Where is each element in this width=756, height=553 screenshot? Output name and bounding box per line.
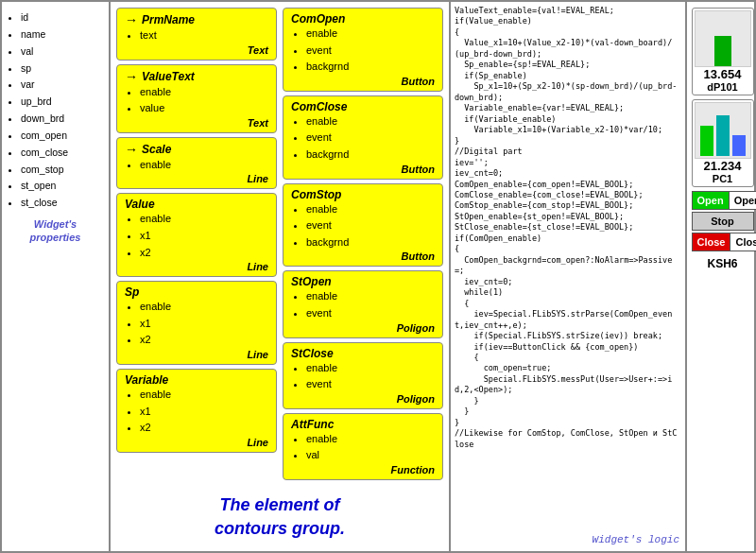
prop-st_close: st_close xyxy=(21,195,103,212)
com-stop-event: event xyxy=(306,217,435,234)
prop-var: var xyxy=(21,77,103,94)
com-close-title: ComClose xyxy=(291,100,435,113)
main-container: id name val sp var up_brd down_brd com_o… xyxy=(0,0,756,553)
open-btn-row: Open Open xyxy=(692,191,754,210)
element-line1: The element of xyxy=(219,495,339,514)
element-description: The element of contours group. xyxy=(116,493,443,541)
att-func-type: Function xyxy=(291,464,435,475)
left-col: → PrmName text Text → ValueText enab xyxy=(116,8,277,484)
prop-com_stop: com_stop xyxy=(21,162,103,179)
center-panel: → PrmName text Text → ValueText enab xyxy=(111,2,451,551)
sp-type: Line xyxy=(125,349,268,360)
com-stop-backgrnd: backgrnd xyxy=(306,234,435,251)
stop-btn-row: Stop xyxy=(692,212,754,231)
stop-button[interactable]: Stop xyxy=(692,212,754,231)
scale-type: Line xyxy=(125,173,268,184)
scale-enable: enable xyxy=(140,157,268,174)
prm-name-type: Text xyxy=(125,44,268,56)
st-open-event: event xyxy=(306,305,435,322)
prop-st_open: st_open xyxy=(21,178,103,195)
open-label: Open xyxy=(730,191,756,210)
arrow-scale: → xyxy=(125,142,138,157)
value-text-box: → ValueText enable value Text xyxy=(116,64,277,133)
com-open-backgrnd: backgrnd xyxy=(306,59,435,76)
gauge-dp101-value: 13.654 xyxy=(695,67,751,81)
properties-list: id name val sp var up_brd down_brd com_o… xyxy=(8,9,103,212)
att-func-val: val xyxy=(306,447,435,464)
variable-box: Variable enable x1 x2 Line xyxy=(116,369,277,453)
gauge-dp101-bar-container xyxy=(695,10,751,67)
prm-name-box: → PrmName text Text xyxy=(116,8,277,60)
st-open-box: StOpen enable event Poligon xyxy=(283,270,443,337)
sp-enable: enable xyxy=(140,299,268,316)
value-type: Line xyxy=(125,261,268,272)
prm-name-text: text xyxy=(140,27,268,44)
value-title: Value xyxy=(125,198,268,211)
com-open-event: event xyxy=(306,43,435,60)
com-close-enable: enable xyxy=(306,113,435,130)
com-close-type: Button xyxy=(291,164,435,175)
com-close-event: event xyxy=(306,130,435,147)
prm-name-title: PrmName xyxy=(142,13,195,26)
com-open-type: Button xyxy=(291,76,435,87)
close-label: Close xyxy=(730,233,756,251)
sp-x1: x1 xyxy=(140,316,268,333)
com-stop-title: ComStop xyxy=(291,188,435,201)
sp-title: Sp xyxy=(125,285,268,299)
sp-box: Sp enable x1 x2 Line xyxy=(116,281,277,365)
com-stop-box: ComStop enable event backgrnd Button xyxy=(283,183,443,268)
prop-sp: sp xyxy=(21,60,103,78)
value-x2: x2 xyxy=(140,245,268,262)
st-open-enable: enable xyxy=(306,288,435,305)
arrow-valuetext: → xyxy=(125,69,138,84)
left-panel: id name val sp var up_brd down_brd com_o… xyxy=(2,2,111,551)
prop-com_open: com_open xyxy=(21,128,103,145)
st-close-enable: enable xyxy=(306,360,435,377)
value-text-type: Text xyxy=(125,117,268,129)
prop-val: val xyxy=(21,43,103,60)
prop-com_close: com_close xyxy=(21,145,103,162)
widgets-logic-label: Widget's logic xyxy=(593,534,679,545)
gauge-dp101: 13.654 dP101 xyxy=(692,8,754,95)
com-open-box: ComOpen enable event backgrnd Button xyxy=(283,8,443,92)
prop-up_brd: up_brd xyxy=(21,94,103,111)
bar-blue xyxy=(732,135,746,156)
att-func-enable: enable xyxy=(306,431,435,448)
sp-x2: x2 xyxy=(140,332,268,349)
variable-x2: x2 xyxy=(140,420,268,437)
variable-type: Line xyxy=(125,437,268,448)
widget-properties-label: Widget'sproperties xyxy=(8,217,103,245)
com-close-backgrnd: backgrnd xyxy=(306,147,435,164)
value-box: Value enable x1 x2 Line xyxy=(116,193,277,277)
com-stop-type: Button xyxy=(291,251,435,262)
prop-down_brd: down_brd xyxy=(21,111,103,128)
bar-teal xyxy=(716,115,730,156)
right-panel: 13.654 dP101 21.234 PC1 Open Open Stop C… xyxy=(687,2,756,551)
gauge-dp101-bar xyxy=(714,36,731,66)
status-buttons: Open Open Stop Close Close xyxy=(692,191,754,251)
st-open-title: StOpen xyxy=(291,275,435,288)
close-button[interactable]: Close xyxy=(692,233,731,251)
center-cols: → PrmName text Text → ValueText enab xyxy=(116,8,443,484)
open-button[interactable]: Open xyxy=(692,191,730,210)
gauge-pc1-bar-container xyxy=(695,102,751,159)
com-stop-enable: enable xyxy=(306,201,435,218)
value-text-enable: enable xyxy=(140,84,268,101)
variable-enable: enable xyxy=(140,387,268,404)
code-content: ValueText_enable={val!=EVAL_REAL; if(Val… xyxy=(455,6,681,450)
right-col: ComOpen enable event backgrnd Button Com… xyxy=(283,8,443,484)
gauge-pc1: 21.234 PC1 xyxy=(692,99,754,187)
variable-x1: x1 xyxy=(140,404,268,421)
att-func-title: AttFunc xyxy=(291,418,435,431)
com-close-box: ComClose enable event backgrnd Button xyxy=(283,95,443,180)
code-panel: ValueText_enable={val!=EVAL_REAL; if(Val… xyxy=(451,2,687,551)
ksh-label: KSH6 xyxy=(707,257,737,270)
value-x1: x1 xyxy=(140,228,268,245)
variable-title: Variable xyxy=(125,373,268,387)
value-text-title: ValueText xyxy=(142,70,195,83)
com-open-enable: enable xyxy=(306,26,435,43)
att-func-box: AttFunc enable val Function xyxy=(283,413,443,480)
value-enable: enable xyxy=(140,211,268,228)
gauge-pc1-label: PC1 xyxy=(695,173,751,184)
scale-title: Scale xyxy=(142,143,171,156)
